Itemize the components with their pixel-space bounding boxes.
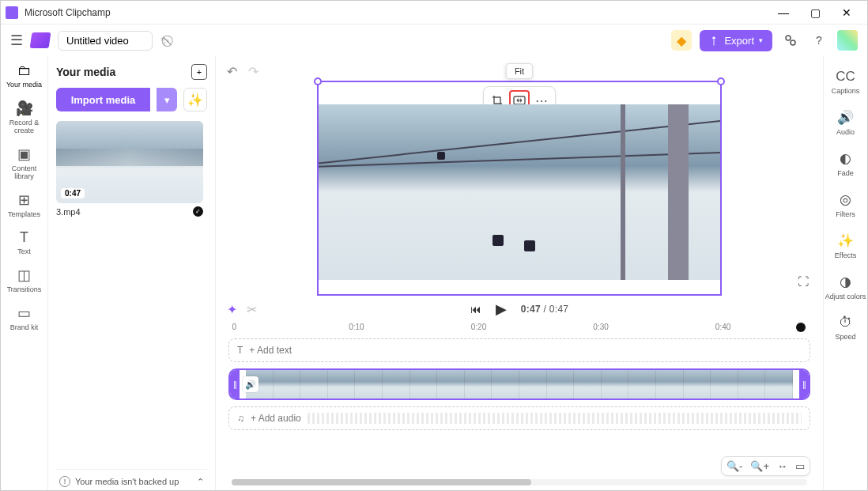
left-rail: 🗀 Your media 🎥 Record & create ▣ Content… <box>1 56 48 491</box>
preview-frame[interactable]: Fit ⋯ <box>317 81 722 296</box>
ai-magic-button[interactable]: ✨ <box>183 88 207 111</box>
fullscreen-button[interactable]: ⛶ <box>798 275 809 288</box>
avatar[interactable] <box>837 30 858 51</box>
settings-icon[interactable] <box>780 30 801 51</box>
tooltip: Fit <box>506 63 533 79</box>
audio-waveform <box>308 413 802 424</box>
time-ruler[interactable]: 0 0:10 0:20 0:30 0:40 <box>228 323 810 338</box>
backup-message: Your media isn't backed up <box>75 477 179 486</box>
backup-status-bar[interactable]: ! Your media isn't backed up ⌃ <box>56 469 207 487</box>
scissors-icon[interactable]: ✂ <box>247 302 257 317</box>
skip-start-button[interactable]: ⏮ <box>470 303 481 315</box>
rr-filters[interactable]: ◎ Filters <box>836 191 855 218</box>
scrollbar-thumb[interactable] <box>232 479 531 485</box>
tick-label: 0:10 <box>349 323 364 331</box>
fit-content-button[interactable]: ▭ <box>795 460 805 472</box>
ai-sparkle-icon[interactable]: ✦ <box>227 302 237 317</box>
play-button[interactable]: ▶ <box>496 300 507 318</box>
templates-icon: ⊞ <box>18 191 30 209</box>
video-track[interactable]: ‖ 🔊 ‖ <box>228 368 810 400</box>
app-title: Microsoft Clipchamp <box>25 7 768 18</box>
speed-icon: ⏱ <box>839 315 852 330</box>
svg-point-0 <box>786 36 791 40</box>
rail-templates[interactable]: ⊞ Templates <box>5 191 44 218</box>
video-preview <box>319 104 720 280</box>
clip-trim-left[interactable]: ‖ <box>230 370 240 398</box>
premium-icon[interactable]: ◆ <box>671 30 692 51</box>
rail-transitions[interactable]: ◫ Transitions <box>5 266 44 293</box>
media-clip[interactable]: 0:47 3.mp4 ✓ <box>56 121 203 217</box>
rr-label: Adjust colors <box>825 293 866 300</box>
fit-timeline-button[interactable]: ↔ <box>777 460 787 472</box>
rr-fade[interactable]: ◐ Fade <box>837 150 854 177</box>
tick-label: 0 <box>232 323 237 331</box>
top-toolbar: ☰ ✨⃠ ◆ ⭡ Export ▾ ? <box>1 25 867 56</box>
horizontal-scrollbar[interactable] <box>232 479 807 485</box>
add-media-icon[interactable]: + <box>191 64 207 80</box>
upload-icon: ⭡ <box>709 35 719 47</box>
maximize-button[interactable]: ▢ <box>799 2 831 24</box>
titlebar: Microsoft Clipchamp — ▢ ✕ <box>1 1 867 25</box>
rail-content-library[interactable]: ▣ Content library <box>5 145 44 180</box>
rail-label: Text <box>17 247 31 255</box>
import-dropdown-button[interactable]: ▾ <box>157 88 177 111</box>
preview-area: Fit ⋯ ⛶ <box>224 81 815 296</box>
video-title-input[interactable] <box>58 31 153 51</box>
clip-volume-icon[interactable]: 🔊 <box>243 376 259 392</box>
add-audio-label: Add audio <box>259 413 301 424</box>
rail-text[interactable]: T Text <box>5 229 44 255</box>
transitions-icon: ◫ <box>17 266 31 284</box>
chevron-up-icon: ⌃ <box>197 477 204 487</box>
rail-label: Your media <box>6 81 42 89</box>
captions-icon: CC <box>836 69 855 85</box>
playhead-knob[interactable] <box>796 323 806 332</box>
rail-label: Record & create <box>5 119 44 134</box>
media-icon: 🗀 <box>17 62 32 79</box>
audio-track[interactable]: ♫ + Add audio <box>228 406 810 430</box>
text-track[interactable]: T + Add text <box>228 338 810 362</box>
rail-brand-kit[interactable]: ▭ Brand kit <box>5 304 44 331</box>
resize-handle[interactable] <box>314 77 322 85</box>
rr-audio[interactable]: 🔊 Audio <box>836 109 855 136</box>
rr-captions[interactable]: CC Captions <box>832 69 860 95</box>
rr-effects[interactable]: ✨ Effects <box>835 232 856 259</box>
app-icon <box>6 6 18 19</box>
zoom-out-button[interactable]: 🔍- <box>726 460 742 472</box>
rail-record-create[interactable]: 🎥 Record & create <box>5 100 44 134</box>
rail-label: Content library <box>5 164 44 180</box>
clip-frames <box>246 370 793 398</box>
media-panel: Your media + Import media ▾ ✨ 0:47 3.mp4… <box>48 56 216 491</box>
auto-enhance-icon[interactable]: ✨⃠ <box>160 34 170 47</box>
text-icon: T <box>237 345 243 356</box>
media-heading: Your media <box>56 66 115 78</box>
right-rail: CC Captions 🔊 Audio ◐ Fade ◎ Filters ✨ E… <box>823 56 867 491</box>
menu-icon[interactable]: ☰ <box>10 32 23 49</box>
close-button[interactable]: ✕ <box>831 2 862 24</box>
clip-duration: 0:47 <box>61 188 85 198</box>
rr-adjust-colors[interactable]: ◑ Adjust colors <box>825 274 866 300</box>
rail-label: Brand kit <box>10 323 39 331</box>
redo-button[interactable]: ↷ <box>248 64 259 79</box>
export-button[interactable]: ⭡ Export ▾ <box>700 30 772 51</box>
library-icon: ▣ <box>17 145 31 163</box>
chevron-down-icon: ▾ <box>759 36 763 44</box>
audio-icon: 🔊 <box>837 109 854 126</box>
rr-speed[interactable]: ⏱ Speed <box>835 315 855 341</box>
help-icon[interactable]: ? <box>809 30 829 51</box>
undo-button[interactable]: ↶ <box>227 64 237 79</box>
minimize-button[interactable]: — <box>768 2 799 24</box>
tick-label: 0:40 <box>715 323 730 331</box>
adjust-icon: ◑ <box>840 274 851 290</box>
resize-handle[interactable] <box>717 77 725 85</box>
rr-label: Speed <box>835 333 855 341</box>
rail-your-media[interactable]: 🗀 Your media <box>5 62 44 89</box>
playhead[interactable] <box>796 323 806 332</box>
rr-label: Filters <box>836 210 855 218</box>
clip-trim-right[interactable]: ‖ <box>799 370 809 398</box>
export-label: Export <box>724 35 754 47</box>
zoom-in-button[interactable]: 🔍+ <box>750 460 769 472</box>
rail-label: Transitions <box>7 285 42 293</box>
import-media-button[interactable]: Import media <box>56 88 150 111</box>
timeline: 0 0:10 0:20 0:30 0:40 T + Add text ‖ 🔊 <box>224 323 815 479</box>
filters-icon: ◎ <box>840 191 851 208</box>
